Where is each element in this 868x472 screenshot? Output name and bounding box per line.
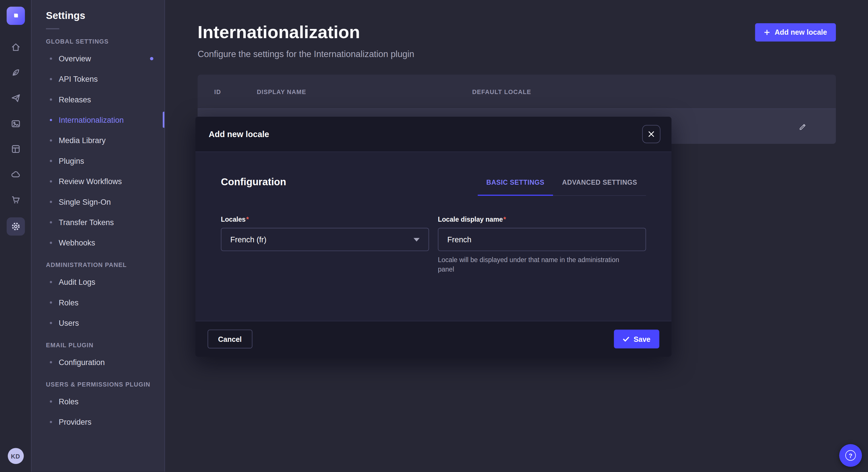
modal-title: Add new locale bbox=[209, 129, 269, 139]
locales-label: Locales* bbox=[221, 216, 429, 224]
modal-tabs: BASIC SETTINGS ADVANCED SETTINGS bbox=[477, 174, 646, 196]
required-asterisk: * bbox=[246, 216, 249, 224]
add-new-locale-modal: Add new locale Configuration BASIC SETTI… bbox=[195, 117, 672, 357]
save-button[interactable]: Save bbox=[614, 330, 659, 348]
locales-select-value: French (fr) bbox=[230, 235, 267, 244]
locales-field: Locales* French (fr) bbox=[221, 216, 429, 274]
close-icon bbox=[648, 131, 654, 137]
tab-advanced-settings[interactable]: ADVANCED SETTINGS bbox=[553, 174, 646, 195]
modal-footer: Cancel Save bbox=[195, 321, 672, 357]
required-asterisk: * bbox=[503, 216, 506, 224]
modal-header: Add new locale bbox=[195, 117, 672, 152]
configuration-header-row: Configuration BASIC SETTINGS ADVANCED SE… bbox=[221, 174, 646, 196]
locale-form: Locales* French (fr) Locale display name… bbox=[221, 216, 646, 274]
display-name-input[interactable] bbox=[438, 228, 646, 251]
configuration-title: Configuration bbox=[221, 176, 286, 196]
app-window: KD Settings GLOBAL SETTINGS Overview API… bbox=[0, 0, 868, 472]
help-button[interactable]: ? bbox=[839, 444, 862, 467]
check-icon bbox=[623, 336, 629, 342]
modal-body: Configuration BASIC SETTINGS ADVANCED SE… bbox=[195, 152, 672, 321]
display-name-hint: Locale will be displayed under that name… bbox=[438, 256, 631, 274]
display-name-label: Locale display name* bbox=[438, 216, 646, 224]
display-name-field: Locale display name* Locale will be disp… bbox=[438, 216, 646, 274]
save-label: Save bbox=[633, 335, 650, 343]
locales-select[interactable]: French (fr) bbox=[221, 228, 429, 251]
question-mark-icon: ? bbox=[845, 450, 856, 461]
tab-basic-settings[interactable]: BASIC SETTINGS bbox=[477, 174, 553, 195]
cancel-button[interactable]: Cancel bbox=[208, 330, 252, 348]
close-modal-button[interactable] bbox=[642, 125, 660, 143]
chevron-down-icon bbox=[414, 237, 420, 241]
